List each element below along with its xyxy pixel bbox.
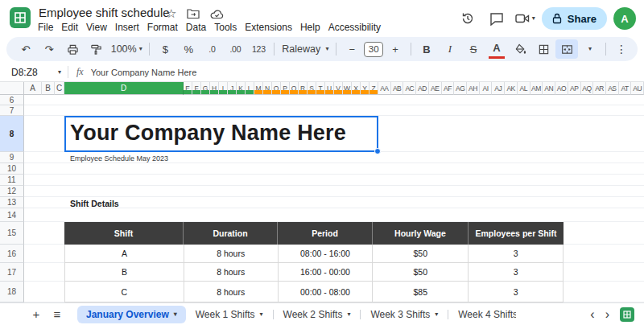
column-header[interactable]: AU [631, 82, 644, 95]
column-header[interactable]: T [316, 82, 325, 95]
bold-button[interactable]: B [415, 39, 438, 59]
column-header[interactable]: AS [606, 82, 619, 95]
menu-item[interactable]: View [82, 20, 111, 35]
menu-item[interactable]: Help [296, 20, 324, 35]
column-header[interactable]: I [219, 82, 228, 95]
menu-item[interactable]: Extensions [241, 20, 296, 35]
table-cell[interactable]: 16:00 - 00:00 [279, 263, 374, 282]
undo-button[interactable]: ↶ [14, 39, 37, 59]
column-header[interactable]: M [254, 82, 263, 95]
row-header[interactable]: 9 [0, 152, 24, 163]
column-header[interactable]: AC [403, 82, 416, 95]
table-cell[interactable]: 8 hours [184, 263, 279, 282]
table-cell[interactable]: 3 [469, 282, 564, 302]
increase-font-size-button[interactable]: + [384, 39, 407, 59]
print-button[interactable] [61, 39, 84, 59]
column-header[interactable]: AF [442, 82, 455, 95]
column-header[interactable]: AH [467, 82, 480, 95]
comment-icon[interactable] [485, 7, 508, 30]
all-sheets-button[interactable]: ≡ [47, 304, 68, 325]
column-header[interactable]: L [246, 82, 254, 95]
row-header[interactable]: 16 [0, 245, 24, 263]
menu-item[interactable]: Format [143, 20, 182, 35]
move-folder-icon[interactable] [187, 8, 200, 19]
table-cell[interactable]: A [65, 245, 184, 263]
sheets-logo-icon[interactable] [10, 7, 31, 28]
row-header[interactable]: 15 [0, 222, 24, 245]
add-sheet-button[interactable]: + [26, 304, 47, 325]
sheet-tab-active[interactable]: January Overview ▾ [77, 306, 186, 323]
table-header-cell[interactable]: Hourly Wage [373, 222, 469, 245]
table-cell[interactable]: C [65, 282, 184, 302]
table-cell[interactable]: 3 [469, 263, 564, 282]
paint-format-button[interactable] [85, 39, 107, 59]
column-header[interactable]: X [352, 82, 361, 95]
row-header[interactable]: 10 [0, 163, 24, 175]
chevron-down-icon[interactable]: ▾ [532, 15, 535, 22]
column-header[interactable]: N [263, 82, 272, 95]
format-percent-button[interactable]: % [177, 39, 200, 59]
row-header[interactable]: 18 [0, 282, 24, 302]
column-header[interactable]: U [325, 82, 334, 95]
column-header[interactable]: S [308, 82, 316, 95]
version-history-icon[interactable] [456, 7, 479, 30]
table-cell[interactable]: $50 [373, 245, 469, 263]
text-color-button[interactable]: A [485, 39, 508, 60]
column-header[interactable]: AG [454, 82, 467, 95]
table-header-cell[interactable]: Duration [184, 222, 278, 245]
table-cell[interactable]: 8 hours [184, 245, 279, 263]
column-header[interactable]: G [201, 82, 210, 95]
subtitle-cell[interactable]: Employee Schedule May 2023 [70, 154, 168, 162]
fill-handle[interactable] [374, 148, 381, 154]
row-header[interactable]: 7 [0, 105, 24, 116]
column-header[interactable]: AD [416, 82, 429, 95]
column-header[interactable]: AL [518, 82, 530, 95]
column-header[interactable]: E [184, 82, 192, 95]
name-box[interactable]: D8:Z8 ▾ [11, 67, 61, 78]
more-options-button[interactable]: ⋮ [610, 39, 633, 59]
row-header[interactable]: 17 [0, 263, 24, 282]
select-all-corner[interactable] [0, 82, 24, 95]
sheets-badge-icon[interactable] [620, 307, 634, 322]
share-button[interactable]: Share [542, 7, 607, 30]
column-header[interactable]: AT [619, 82, 632, 95]
increase-decimal-button[interactable]: .00 [224, 39, 246, 59]
column-header[interactable]: AO [555, 82, 568, 95]
column-header[interactable]: C [55, 82, 64, 95]
column-header[interactable]: O [272, 82, 281, 95]
table-cell[interactable]: $85 [373, 282, 469, 302]
row-header[interactable]: 13 [0, 197, 24, 208]
row-header[interactable]: 14 [0, 208, 24, 222]
column-header[interactable]: AP [568, 82, 581, 95]
format-currency-button[interactable]: $ [154, 39, 176, 59]
menu-item[interactable]: Edit [57, 20, 82, 35]
menu-item[interactable]: Accessibility [324, 20, 385, 35]
column-header[interactable]: Q [290, 82, 299, 95]
scroll-tabs-left-button[interactable]: ‹ [590, 308, 594, 321]
column-header[interactable]: F [192, 82, 201, 95]
star-icon[interactable]: ☆ [166, 7, 176, 20]
column-header[interactable]: P [281, 82, 290, 95]
strikethrough-button[interactable]: S [462, 39, 485, 59]
column-header[interactable]: R [299, 82, 308, 95]
column-header[interactable]: AI [480, 82, 493, 95]
column-header[interactable]: J [228, 82, 237, 95]
decrease-font-size-button[interactable]: − [341, 39, 363, 59]
column-header[interactable]: AK [505, 82, 518, 95]
column-header[interactable]: AE [429, 82, 442, 95]
menu-item[interactable]: Insert [111, 20, 143, 35]
table-cell[interactable]: 3 [469, 245, 564, 263]
row-header[interactable]: 6 [0, 95, 24, 105]
table-cell[interactable]: 00:00 - 08:00 [279, 282, 374, 302]
column-header[interactable]: AB [391, 82, 404, 95]
table-header-cell[interactable]: Employees per Shift [469, 222, 564, 245]
font-select[interactable]: Raleway ▾ [279, 39, 332, 59]
column-header[interactable]: B [42, 82, 55, 95]
spreadsheet-grid[interactable]: A B C D EFGHIJKL MNOPQRSTUVWXYZ AAABACAD… [0, 82, 644, 302]
column-header[interactable]: AJ [492, 82, 505, 95]
merge-options-button[interactable]: ▾ [579, 39, 601, 59]
avatar[interactable]: A [613, 7, 636, 30]
fill-color-button[interactable] [509, 39, 531, 59]
video-call-button[interactable]: ▾ [514, 12, 535, 25]
row-header-selected[interactable]: 8 [0, 116, 24, 152]
